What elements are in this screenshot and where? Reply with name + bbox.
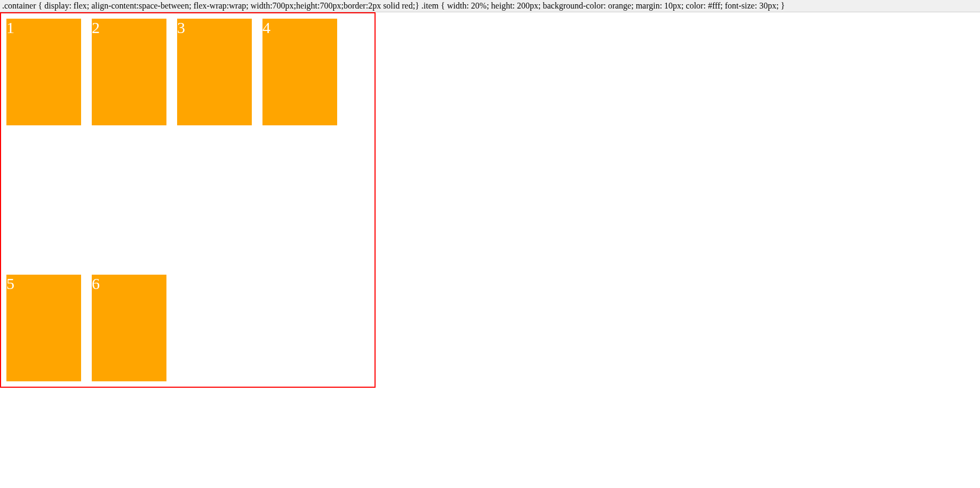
flex-item-4: 4	[262, 19, 337, 125]
flex-item-3: 3	[177, 19, 252, 125]
flex-item-6: 6	[92, 275, 166, 381]
flex-item-2: 2	[92, 19, 166, 125]
flex-item-1: 1	[6, 19, 81, 125]
flex-container: 1 2 3 4 5 6	[0, 12, 376, 388]
css-code-display: .container { display: flex; align-conten…	[0, 0, 980, 12]
flex-item-5: 5	[6, 275, 81, 381]
